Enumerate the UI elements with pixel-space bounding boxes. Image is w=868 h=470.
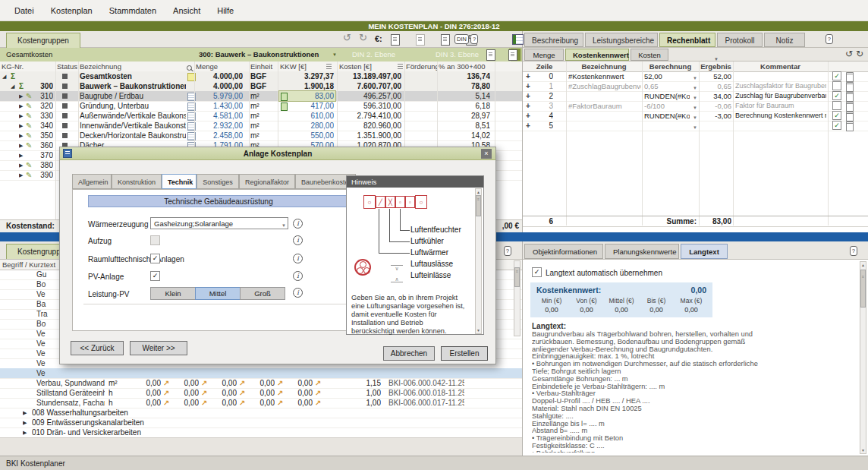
active-checkbox[interactable]: ✓	[832, 111, 841, 120]
dialog-tab-technik[interactable]: Technik	[162, 174, 197, 189]
info-icon[interactable]: i	[293, 271, 303, 281]
calc-row[interactable]: +1#ZuschlagBaugrubenverbau0,65▼0,65Zusch…	[523, 81, 868, 92]
leistung-option-klein[interactable]: Klein	[150, 287, 196, 300]
berechnung-dropdown[interactable]: RUNDEN(#Kostenk▼	[643, 111, 698, 121]
active-checkbox[interactable]	[832, 81, 841, 90]
kommentar[interactable]: Berechnung Kostenkennwert mit ausgewählt…	[735, 111, 826, 121]
value[interactable]: 0,00	[282, 378, 313, 388]
add-row-icon[interactable]: +	[526, 111, 533, 121]
kkw-cell[interactable]: 3.297,37	[279, 71, 335, 81]
next-button[interactable]: Weiter >>	[130, 341, 187, 355]
kkw-doc-icon[interactable]	[281, 103, 288, 111]
calc-bezeichnung[interactable]	[568, 91, 641, 101]
bl-partial-row[interactable]: Ve	[0, 368, 522, 379]
redo-icon[interactable]: ↻	[856, 49, 863, 59]
filter-icon[interactable]	[326, 64, 332, 69]
search-icon[interactable]	[187, 65, 192, 71]
column-header-7[interactable]: Förderung	[406, 62, 438, 71]
copy-icon[interactable]	[508, 49, 517, 61]
calc-column-header-3[interactable]: Ergebnis	[699, 62, 733, 71]
column-header-0[interactable]: KG-Nr.	[2, 62, 55, 71]
help-icon[interactable]: ?	[470, 34, 478, 44]
kkw-cell[interactable]: 417,00	[279, 101, 335, 111]
menu-item-stammdaten[interactable]: Stammdaten	[102, 4, 163, 17]
langtext-auto-checkbox[interactable]: ✓	[532, 267, 542, 277]
tree-toggle-icon[interactable]: ▶	[23, 418, 30, 427]
cancel-button[interactable]: Abbrechen	[383, 346, 435, 361]
column-header-8[interactable]: % an 300+400	[439, 62, 492, 71]
tab-planungskennwerte[interactable]: Planungskennwerte	[605, 244, 679, 259]
tab-langtext[interactable]: Langtext	[681, 244, 728, 259]
transfer-icon[interactable]: ↗	[315, 378, 322, 388]
value[interactable]: 0,00	[282, 398, 313, 408]
status-icon[interactable]	[62, 131, 70, 140]
waerme-dropdown[interactable]: Gasheizung;Solaranlage ▼	[150, 217, 288, 229]
calc-column-header-4[interactable]: Kommentar	[733, 62, 828, 71]
tab-objektinformationen[interactable]: Objektinformationen	[524, 244, 603, 259]
menu-item-hilfe[interactable]: Hilfe	[210, 4, 241, 17]
calc-bezeichnung[interactable]: #ZuschlagBaugrubenverbau	[568, 81, 641, 91]
dialog-tab-sonstiges[interactable]: Sonstiges	[197, 174, 239, 189]
calc-bezeichnung[interactable]	[568, 121, 641, 131]
column-header-1[interactable]: Status	[57, 62, 78, 71]
transfer-icon[interactable]: ↗	[315, 398, 322, 408]
dialog-tab-regionalfaktor[interactable]: Regionalfaktor	[239, 174, 295, 189]
back-button[interactable]: << Zurück	[71, 341, 124, 355]
kommentar[interactable]	[735, 71, 826, 81]
subtab-menge[interactable]: Menge	[524, 49, 564, 61]
value[interactable]: 0,00	[282, 388, 313, 398]
hinweis-scrollbar[interactable]: ▲ ≡ ▼	[475, 188, 482, 334]
tree-toggle-icon[interactable]: ◢	[2, 71, 9, 81]
trash-icon[interactable]	[846, 121, 854, 131]
value[interactable]: 0,00	[168, 388, 199, 398]
br-scrollbar[interactable]: ▲ ≡ ▼	[860, 261, 866, 454]
kkw-cell[interactable]: 83,00	[279, 91, 335, 101]
calc-column-header-0[interactable]: Zeile	[523, 62, 566, 71]
info-icon[interactable]: i	[293, 219, 303, 229]
kkw-cell[interactable]: 1.900,18	[279, 81, 335, 91]
calc-bezeichnung[interactable]: #FaktorBauraum	[568, 101, 641, 111]
value[interactable]: 0,00	[131, 398, 161, 408]
status-icon[interactable]	[62, 111, 70, 121]
value[interactable]: 0,00	[168, 378, 199, 388]
column-header-6[interactable]: Kosten [€]	[339, 62, 395, 71]
kommentar[interactable]: Zuschlag für Baugrubenverbau	[735, 91, 826, 101]
subtab-kostenkennwert[interactable]: Kostenkennwert	[565, 49, 629, 61]
menu-item-datei[interactable]: Datei	[8, 4, 41, 17]
tree-toggle-icon[interactable]: ▶	[23, 408, 30, 418]
calc-column-header-2[interactable]: Berechnung	[642, 62, 699, 71]
berechnung-dropdown[interactable]: ▼	[643, 121, 698, 131]
bl-group-row[interactable]: ▶008 Wasserhaltungsarbeiten	[0, 408, 522, 418]
add-row-icon[interactable]: +	[526, 121, 533, 131]
menu-item-kostenplan[interactable]: Kostenplan	[44, 4, 99, 17]
info-icon[interactable]: i	[293, 288, 303, 298]
add-row-icon[interactable]: +	[526, 71, 533, 81]
bl-group-row[interactable]: ▶010 Drän- und Versickerarbeiten	[0, 427, 522, 438]
calc-bezeichnung[interactable]: #Kostenkennwert	[568, 71, 641, 81]
column-header-5[interactable]: KKW [€]	[280, 62, 326, 71]
kkw-cell[interactable]: 280,00	[279, 121, 335, 131]
bl-group-row[interactable]: ▶009 Entwässerungskanalarbeiten	[0, 418, 522, 428]
tab-leistungsbereiche[interactable]: Leistungsbereiche	[585, 33, 658, 47]
calc-row[interactable]: +3#FaktorBauraum-6/100▼-0,06Faktor für B…	[523, 101, 868, 112]
tree-toggle-icon[interactable]: ▶	[23, 427, 30, 437]
kkw-cell[interactable]: 610,00	[279, 111, 335, 121]
value[interactable]: 0,00	[244, 398, 275, 408]
dialog-tab-konstruktion[interactable]: Konstruktion	[112, 174, 162, 189]
aufzug-checkbox[interactable]	[150, 235, 160, 245]
active-checkbox[interactable]: ✓	[832, 91, 841, 100]
status-icon[interactable]	[62, 101, 70, 111]
value[interactable]: 0,00	[131, 378, 161, 388]
calc-column-header-1[interactable]: Bezeichnung	[566, 62, 642, 71]
active-checkbox[interactable]	[832, 101, 841, 110]
status-icon[interactable]	[62, 121, 70, 131]
filter-down-icon[interactable]: ▼	[714, 57, 719, 62]
column-header-2[interactable]: Bezeichnung	[80, 62, 186, 71]
raumluft-checkbox[interactable]: ✓	[150, 254, 160, 263]
tree-toggle-icon[interactable]: ◢	[11, 81, 17, 91]
calc-row[interactable]: +0#Kostenkennwert52,00▼52,00✓	[523, 71, 868, 82]
bl-detail-row[interactable]: Stundensatz, Facharbeiter/-inh0,00↗0,00↗…	[0, 398, 522, 408]
info-icon[interactable]: i	[293, 235, 303, 245]
calc-bezeichnung[interactable]	[568, 111, 641, 121]
kommentar[interactable]: Faktor für Bauraum	[735, 101, 826, 111]
